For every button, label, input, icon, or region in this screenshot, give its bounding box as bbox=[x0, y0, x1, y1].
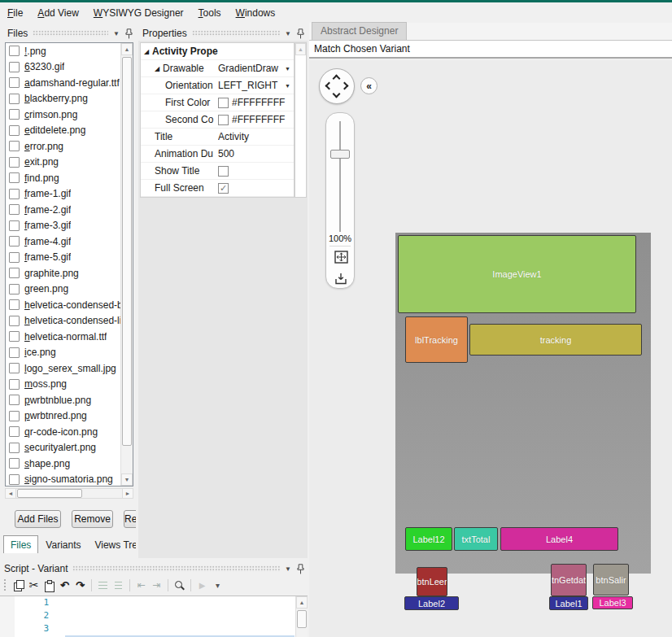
designer-view[interactable]: Label3 bbox=[592, 596, 633, 609]
file-checkbox[interactable] bbox=[9, 172, 20, 183]
file-row[interactable]: exit.png bbox=[6, 155, 133, 171]
file-checkbox[interactable] bbox=[9, 458, 20, 469]
menu-item[interactable]: Tools bbox=[191, 3, 229, 23]
fit-to-screen-button[interactable] bbox=[332, 249, 350, 265]
files-bottom-tab[interactable]: Variants bbox=[39, 536, 87, 553]
property-row[interactable]: ◢ Orientation LEFT_RIGHT ▼ LEFT_RIGHT LE… bbox=[141, 77, 294, 94]
pan-down-icon[interactable] bbox=[333, 90, 341, 98]
designer-view[interactable]: ImageView1 bbox=[398, 235, 636, 313]
file-checkbox[interactable] bbox=[9, 474, 20, 485]
toolbar-icon[interactable] bbox=[11, 578, 25, 592]
toolbar-grip[interactable] bbox=[4, 579, 7, 591]
pin-icon[interactable] bbox=[125, 28, 133, 39]
expander-icon[interactable]: ◢ bbox=[144, 48, 152, 55]
file-row[interactable]: find.png bbox=[6, 170, 133, 186]
scroll-up-icon[interactable]: ▲ bbox=[121, 43, 133, 55]
file-row[interactable]: logo_serex_small.jpg bbox=[6, 360, 133, 377]
file-checkbox[interactable] bbox=[9, 363, 20, 373]
toolbar-icon[interactable] bbox=[211, 578, 225, 592]
menu-item[interactable]: Add View bbox=[30, 3, 86, 23]
code-line[interactable]: 3 bbox=[0, 622, 308, 635]
property-value[interactable]: 500 bbox=[218, 148, 234, 159]
designer-view[interactable]: Label12 bbox=[405, 527, 452, 551]
designer-view[interactable]: btnLeer bbox=[417, 567, 447, 596]
variant-bar[interactable]: Match Chosen Variant bbox=[309, 41, 672, 59]
property-row[interactable]: ◢ Animation Du 500 ▼ 500 500 bbox=[141, 146, 294, 163]
import-screenshot-button[interactable] bbox=[332, 270, 350, 286]
file-checkbox[interactable] bbox=[9, 189, 20, 199]
menu-item[interactable]: Windows bbox=[229, 3, 283, 23]
file-checkbox[interactable] bbox=[9, 236, 20, 247]
property-row[interactable]: ◢ Full Screen true ▼ true true bbox=[141, 180, 294, 197]
files-bottom-tab[interactable]: Views Tree bbox=[88, 536, 136, 553]
expander-icon[interactable]: ◢ bbox=[155, 65, 163, 72]
files-bottom-tab[interactable]: Files bbox=[3, 535, 38, 553]
file-row[interactable]: moss.png bbox=[6, 377, 133, 393]
toolbar-icon[interactable] bbox=[129, 579, 130, 591]
file-checkbox[interactable] bbox=[9, 426, 20, 437]
file-checkbox[interactable] bbox=[9, 268, 20, 278]
toolbar-icon[interactable] bbox=[190, 579, 191, 591]
file-row[interactable]: qr-code-icon.png bbox=[6, 424, 133, 440]
editor-scrollbar[interactable]: ▲ bbox=[295, 596, 308, 637]
toolbar-icon[interactable] bbox=[150, 578, 164, 592]
toolbar-icon[interactable] bbox=[195, 578, 209, 592]
file-row[interactable]: blackberry.png bbox=[6, 91, 133, 107]
property-value[interactable]: #FFFFFFFF bbox=[232, 97, 285, 108]
scroll-up-icon[interactable]: ▲ bbox=[296, 596, 308, 609]
design-canvas[interactable]: « 100% ImageView1lblTrackingtrackingLabe… bbox=[309, 60, 672, 637]
designer-view[interactable]: btnSalir bbox=[593, 564, 629, 596]
file-row[interactable]: shape.png bbox=[6, 456, 133, 472]
code-editor[interactable]: 1 'Variant specific script: 320x480,scal… bbox=[0, 596, 308, 637]
file-row[interactable]: error.png bbox=[6, 138, 133, 155]
toolbar-icon[interactable] bbox=[42, 578, 56, 592]
code-line[interactable]: 1 'Variant specific script: 320x480,scal… bbox=[0, 596, 308, 609]
file-row[interactable]: 63230.gif bbox=[6, 59, 133, 76]
scrollbar-thumb[interactable] bbox=[17, 489, 82, 498]
file-checkbox[interactable] bbox=[9, 411, 20, 421]
file-checkbox[interactable] bbox=[9, 62, 20, 72]
designer-view[interactable]: Label4 bbox=[500, 527, 618, 551]
designer-view[interactable]: lblTracking bbox=[405, 316, 468, 363]
file-row[interactable]: ice.png bbox=[6, 345, 133, 361]
properties-panel-header[interactable]: Properties ▼ bbox=[138, 26, 308, 41]
chevron-down-icon[interactable]: ▼ bbox=[285, 565, 291, 573]
pin-icon[interactable] bbox=[297, 564, 304, 574]
files-horizontal-scrollbar[interactable]: ◄ ► bbox=[5, 488, 133, 499]
scroll-down-icon[interactable]: ▼ bbox=[121, 473, 133, 486]
file-row[interactable]: pwrbtnred.png bbox=[6, 408, 133, 425]
menu-item[interactable]: WYSIWYG Designer bbox=[86, 3, 191, 23]
toolbar-icon[interactable] bbox=[96, 578, 110, 592]
file-row[interactable]: green.png bbox=[6, 281, 133, 298]
property-row[interactable]: ◢ Title Activity ▼ Activity Activity bbox=[141, 129, 294, 146]
designer-view[interactable]: txtTotal bbox=[454, 527, 498, 551]
chevron-down-icon[interactable]: ▼ bbox=[113, 30, 120, 37]
file-row[interactable]: editdelete.png bbox=[6, 123, 133, 139]
scroll-up-icon[interactable]: ▲ bbox=[295, 43, 306, 55]
file-checkbox[interactable] bbox=[9, 141, 20, 151]
toolbar-icon[interactable] bbox=[58, 578, 72, 592]
file-row[interactable]: helvetica-normal.ttf bbox=[6, 329, 133, 345]
files-vertical-scrollbar[interactable]: ▲ ▼ bbox=[120, 43, 133, 486]
files-panel-header[interactable]: Files ▼ bbox=[3, 26, 136, 41]
pin-icon[interactable] bbox=[297, 28, 304, 39]
file-checkbox[interactable] bbox=[9, 395, 20, 405]
menu-item[interactable]: File bbox=[0, 3, 30, 23]
file-row[interactable]: helvetica-condensed-li bbox=[6, 313, 133, 329]
toolbar-icon[interactable] bbox=[134, 578, 148, 592]
file-checkbox[interactable] bbox=[9, 157, 20, 168]
designer-view[interactable]: Label2 bbox=[404, 596, 459, 610]
file-checkbox[interactable] bbox=[9, 347, 20, 358]
file-checkbox[interactable] bbox=[9, 284, 20, 295]
toolbar-icon[interactable] bbox=[172, 578, 186, 592]
files-action-button[interactable]: Remove bbox=[72, 510, 113, 528]
files-action-button[interactable]: Rename bbox=[124, 510, 136, 528]
color-swatch[interactable] bbox=[218, 98, 229, 108]
file-row[interactable]: crimson.png bbox=[6, 107, 133, 123]
file-checkbox[interactable] bbox=[9, 316, 20, 326]
property-checkbox[interactable]: ✓ bbox=[218, 183, 229, 194]
script-panel-header[interactable]: Script - Variant ▼ bbox=[0, 561, 308, 576]
scroll-left-icon[interactable]: ◄ bbox=[6, 489, 16, 498]
dropdown-arrow-icon[interactable]: ▼ bbox=[285, 66, 290, 72]
pan-right-icon[interactable] bbox=[341, 82, 349, 90]
